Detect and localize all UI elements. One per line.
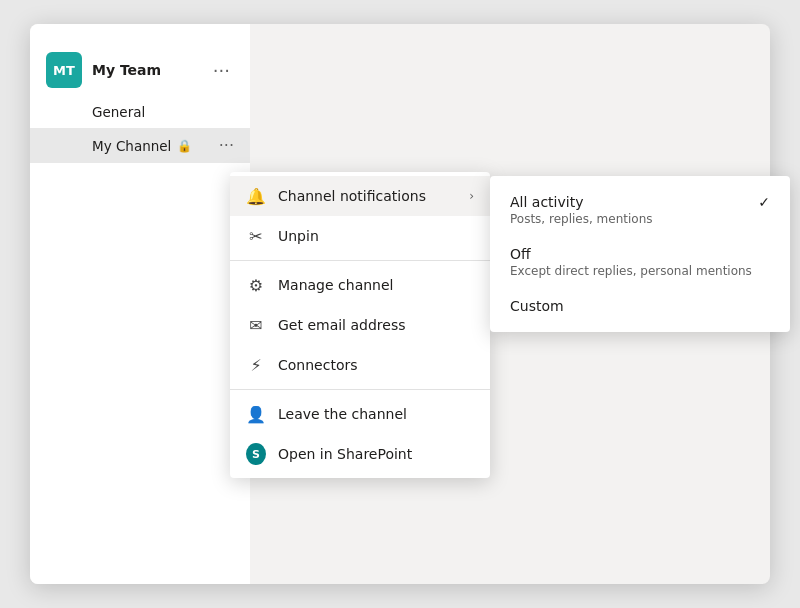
- menu-item-channel-notifications[interactable]: 🔔 Channel notifications › All activity ✓…: [230, 176, 490, 216]
- menu-item-leave-channel[interactable]: 👤 Leave the channel: [230, 394, 490, 434]
- menu-item-connectors[interactable]: ⚡ Connectors: [230, 345, 490, 385]
- menu-label-open-sharepoint: Open in SharePoint: [278, 446, 412, 462]
- submenu-item-off[interactable]: Off Except direct replies, personal ment…: [490, 236, 790, 288]
- email-icon: ✉: [246, 315, 266, 335]
- submenu-desc-all-activity: Posts, replies, mentions: [510, 212, 770, 226]
- manage-icon: ⚙: [246, 275, 266, 295]
- unpin-icon: ✂: [246, 226, 266, 246]
- channel-general-label: General: [92, 104, 145, 120]
- menu-item-open-sharepoint[interactable]: S Open in SharePoint: [230, 434, 490, 474]
- team-header[interactable]: MT My Team ···: [30, 44, 250, 96]
- menu-label-unpin: Unpin: [278, 228, 319, 244]
- channel-my-channel-label: My Channel: [92, 138, 171, 154]
- team-name: My Team: [92, 62, 199, 78]
- app-window: MT My Team ··· General My Channel 🔒 ··· …: [30, 24, 770, 584]
- channel-general[interactable]: General: [30, 96, 250, 128]
- menu-label-get-email: Get email address: [278, 317, 405, 333]
- context-menu: 🔔 Channel notifications › All activity ✓…: [230, 172, 490, 478]
- submenu-title-off: Off: [510, 246, 770, 262]
- menu-label-connectors: Connectors: [278, 357, 358, 373]
- submenu-item-custom[interactable]: Custom: [490, 288, 790, 324]
- menu-label-channel-notifications: Channel notifications: [278, 188, 426, 204]
- submenu-title-all-activity: All activity ✓: [510, 194, 770, 210]
- channel-my-channel[interactable]: My Channel 🔒 ···: [30, 128, 250, 163]
- menu-item-manage-channel[interactable]: ⚙ Manage channel: [230, 265, 490, 305]
- menu-label-leave-channel: Leave the channel: [278, 406, 407, 422]
- channel-more-options[interactable]: ···: [219, 136, 234, 155]
- chevron-right-icon: ›: [469, 189, 474, 203]
- notification-icon: 🔔: [246, 186, 266, 206]
- team-avatar: MT: [46, 52, 82, 88]
- sidebar: MT My Team ··· General My Channel 🔒 ···: [30, 24, 250, 584]
- sharepoint-icon: S: [246, 444, 266, 464]
- submenu-item-all-activity[interactable]: All activity ✓ Posts, replies, mentions: [490, 184, 790, 236]
- leave-icon: 👤: [246, 404, 266, 424]
- check-icon: ✓: [758, 194, 770, 210]
- menu-item-unpin[interactable]: ✂ Unpin: [230, 216, 490, 256]
- team-more-options[interactable]: ···: [209, 58, 234, 83]
- connectors-icon: ⚡: [246, 355, 266, 375]
- submenu-title-custom: Custom: [510, 298, 770, 314]
- menu-separator-1: [230, 260, 490, 261]
- submenu: All activity ✓ Posts, replies, mentions …: [490, 176, 790, 332]
- menu-separator-2: [230, 389, 490, 390]
- menu-label-manage-channel: Manage channel: [278, 277, 393, 293]
- menu-item-get-email[interactable]: ✉ Get email address: [230, 305, 490, 345]
- lock-icon: 🔒: [177, 139, 192, 153]
- submenu-desc-off: Except direct replies, personal mentions: [510, 264, 770, 278]
